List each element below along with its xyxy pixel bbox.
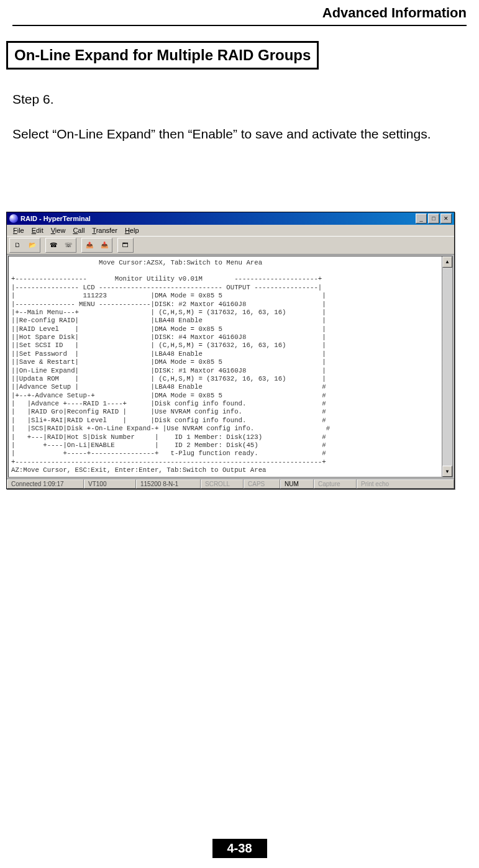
status-scroll: SCROLL bbox=[201, 479, 244, 489]
menu-call[interactable]: Call bbox=[69, 226, 88, 235]
status-num: NUM bbox=[280, 479, 314, 489]
status-capture: Capture bbox=[314, 479, 357, 489]
menu-edit[interactable]: Edit bbox=[28, 226, 47, 235]
menu-transfer[interactable]: Transfer bbox=[88, 226, 121, 235]
status-printecho: Print echo bbox=[357, 479, 454, 489]
toolbar-call-icon[interactable]: ☎ bbox=[46, 238, 61, 252]
status-settings: 115200 8-N-1 bbox=[136, 479, 201, 489]
toolbar: 🗋 📂 ☎ ☏ 📤 📥 🗔 bbox=[7, 236, 454, 255]
minimize-button[interactable]: _ bbox=[416, 214, 427, 224]
hyperterminal-window: RAID - HyperTerminal _ □ ✕ File Edit Vie… bbox=[6, 212, 455, 490]
toolbar-receive-icon[interactable]: 📥 bbox=[97, 238, 112, 252]
menu-file[interactable]: File bbox=[9, 226, 28, 235]
app-icon bbox=[9, 214, 18, 223]
close-button[interactable]: ✕ bbox=[440, 214, 452, 224]
toolbar-properties-icon[interactable]: 🗔 bbox=[118, 238, 133, 252]
window-title: RAID - HyperTerminal bbox=[21, 215, 416, 222]
toolbar-send-icon[interactable]: 📤 bbox=[82, 238, 97, 252]
header-divider bbox=[12, 25, 467, 26]
menu-view[interactable]: View bbox=[47, 226, 70, 235]
status-emulation: VT100 bbox=[84, 479, 136, 489]
section-title: On-Line Expand for Multiple RAID Groups bbox=[14, 47, 311, 63]
status-connected: Connected 1:09:17 bbox=[7, 479, 84, 489]
statusbar: Connected 1:09:17 VT100 115200 8-N-1 SCR… bbox=[7, 479, 454, 489]
running-header: Advanced Information bbox=[12, 0, 467, 25]
terminal-area: Move Cursor:AZSX, Tab:Switch to Menu Are… bbox=[8, 256, 453, 478]
scroll-track[interactable] bbox=[442, 268, 452, 466]
instruction-text: Select “On-Line Expand” then “Enable” to… bbox=[12, 125, 467, 143]
menu-help[interactable]: Help bbox=[121, 226, 143, 235]
toolbar-hangup-icon[interactable]: ☏ bbox=[61, 238, 76, 252]
maximize-button[interactable]: □ bbox=[428, 214, 439, 224]
status-caps: CAPS bbox=[244, 479, 280, 489]
vertical-scrollbar[interactable]: ▲ ▼ bbox=[442, 256, 452, 477]
menubar: File Edit View Call Transfer Help bbox=[7, 225, 454, 236]
page-number: 4-38 bbox=[212, 839, 267, 858]
toolbar-open-icon[interactable]: 📂 bbox=[25, 238, 40, 252]
terminal-output[interactable]: Move Cursor:AZSX, Tab:Switch to Menu Are… bbox=[9, 256, 442, 477]
section-title-box: On-Line Expand for Multiple RAID Groups bbox=[6, 41, 319, 70]
toolbar-new-icon[interactable]: 🗋 bbox=[10, 238, 25, 252]
titlebar: RAID - HyperTerminal _ □ ✕ bbox=[7, 212, 454, 225]
step-label: Step 6. bbox=[12, 91, 467, 108]
scroll-down-button[interactable]: ▼ bbox=[442, 466, 452, 477]
scroll-up-button[interactable]: ▲ bbox=[442, 256, 452, 268]
